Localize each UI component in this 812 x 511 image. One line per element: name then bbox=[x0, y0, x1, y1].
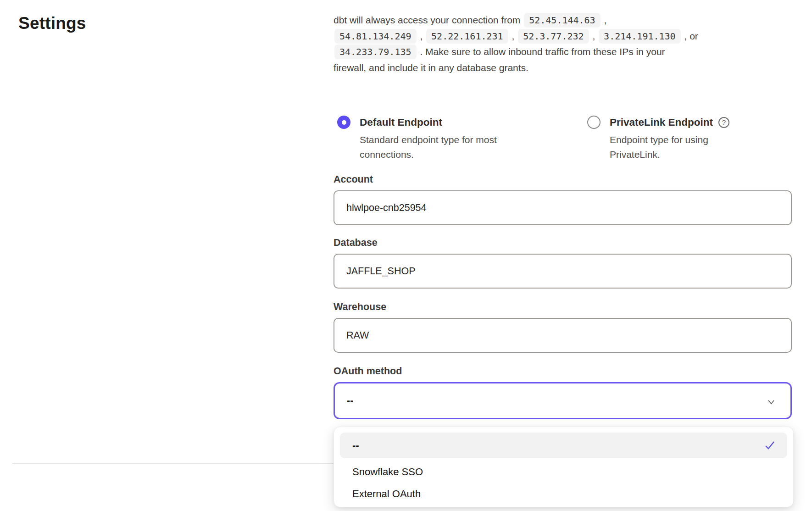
endpoint-option-privatelink[interactable]: PrivateLink Endpoint ? Endpoint type for… bbox=[587, 115, 729, 161]
help-icon[interactable]: ? bbox=[718, 117, 729, 128]
warehouse-label: Warehouse bbox=[334, 301, 386, 313]
account-input[interactable] bbox=[334, 190, 792, 225]
database-label: Database bbox=[334, 237, 378, 249]
dropdown-option-snowflake-sso[interactable]: Snowflake SSO bbox=[340, 461, 787, 483]
page-title: Settings bbox=[18, 14, 86, 33]
endpoint-option-label: PrivateLink Endpoint ? bbox=[610, 115, 729, 130]
intro-text-segment: , bbox=[601, 15, 607, 26]
database-input[interactable] bbox=[334, 254, 792, 289]
radio-unselected-icon[interactable] bbox=[587, 116, 601, 129]
dropdown-option-none[interactable]: -- bbox=[340, 433, 787, 458]
account-label: Account bbox=[334, 174, 373, 185]
dropdown-option-label: Snowflake SSO bbox=[352, 466, 423, 478]
intro-text-segment: firewall, and include it in any database… bbox=[334, 62, 528, 73]
check-icon bbox=[764, 439, 776, 451]
endpoint-option-label-text: PrivateLink Endpoint bbox=[610, 117, 713, 128]
intro-text-segment: . Make sure to allow inbound traffic fro… bbox=[417, 46, 665, 57]
dropdown-option-label: External OAuth bbox=[352, 488, 421, 500]
intro-text-segment: , bbox=[509, 31, 517, 42]
settings-page: Settings dbt will always access your con… bbox=[0, 0, 812, 511]
ip-address-chip: 3.214.191.130 bbox=[599, 29, 681, 44]
radio-selected-icon[interactable] bbox=[337, 116, 350, 129]
warehouse-input[interactable] bbox=[334, 318, 792, 353]
ip-address-chip: 52.3.77.232 bbox=[518, 29, 589, 44]
intro-text-segment: , or bbox=[682, 31, 698, 42]
ip-address-chip: 34.233.79.135 bbox=[334, 44, 417, 59]
oauth-method-label: OAuth method bbox=[334, 366, 402, 377]
oauth-method-selected-value: -- bbox=[347, 395, 353, 406]
ip-address-chip: 52.22.161.231 bbox=[426, 29, 508, 44]
intro-line: firewall, and include it in any database… bbox=[334, 60, 797, 76]
dropdown-option-label: -- bbox=[352, 439, 359, 451]
intro-text: dbt will always access your connection f… bbox=[334, 12, 797, 76]
intro-text-segment: , bbox=[417, 31, 426, 42]
intro-line: 54.81.134.249 , 52.22.161.231 , 52.3.77.… bbox=[334, 28, 797, 44]
intro-text-segment: , bbox=[590, 31, 598, 42]
endpoint-option-description: Endpoint type for using PrivateLink. bbox=[610, 133, 728, 161]
endpoint-option-label: Default Endpoint bbox=[360, 115, 521, 130]
intro-line: dbt will always access your connection f… bbox=[334, 12, 797, 28]
endpoint-option-description: Standard endpoint type for most connecti… bbox=[360, 133, 521, 161]
chevron-down-icon bbox=[766, 396, 777, 407]
intro-line: 34.233.79.135 . Make sure to allow inbou… bbox=[334, 44, 797, 60]
oauth-method-select[interactable]: -- bbox=[334, 382, 792, 419]
dropdown-option-external-oauth[interactable]: External OAuth bbox=[340, 483, 787, 505]
intro-text-segment: dbt will always access your connection f… bbox=[334, 15, 523, 26]
endpoint-option-default[interactable]: Default Endpoint Standard endpoint type … bbox=[337, 115, 521, 161]
ip-address-chip: 52.45.144.63 bbox=[524, 13, 601, 28]
ip-address-chip: 54.81.134.249 bbox=[334, 29, 417, 44]
oauth-method-dropdown: -- Snowflake SSO External OAuth bbox=[334, 427, 794, 507]
